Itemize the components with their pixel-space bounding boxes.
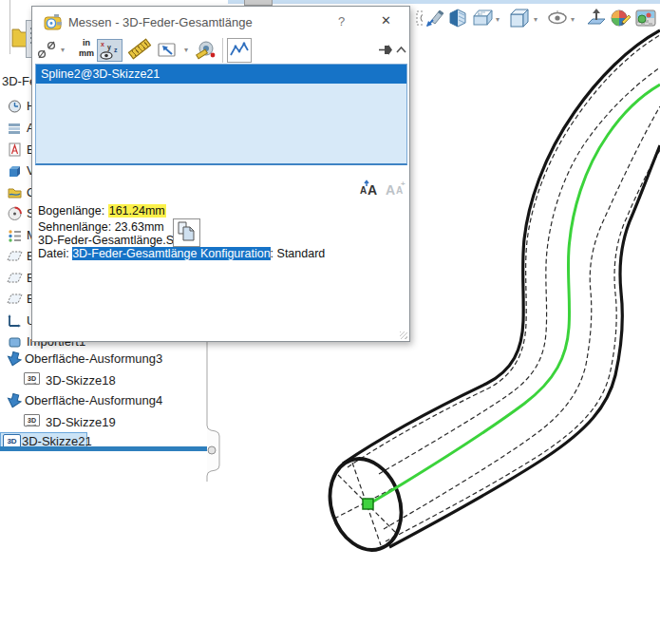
zoom-to-area-icon[interactable]: [411, 7, 423, 29]
svg-text:A: A: [360, 185, 367, 196]
file-config-line: Datei: 3D-Feder-Gesamtlänge Konfiguratio…: [38, 247, 325, 260]
rollback-bar[interactable]: [0, 446, 207, 451]
point-to-point-icon[interactable]: [128, 39, 151, 60]
chord-length-line: Sehnenlänge: 23.63mm: [38, 220, 164, 234]
dialog-title: Messen - 3D-Feder-Gesamtlänge: [68, 15, 253, 29]
panel-divider-line: [9, 0, 10, 54]
sensors-icon: [7, 120, 23, 136]
measure-history-icon[interactable]: [196, 39, 220, 62]
close-button[interactable]: ✕: [376, 13, 396, 28]
equations-icon: [7, 205, 23, 221]
file-label: Datei:: [38, 247, 69, 260]
hide-show-items-icon[interactable]: [546, 7, 569, 29]
projected-on-dropdown[interactable]: ▾: [184, 47, 188, 54]
arc-length-label: Bogenlänge:: [38, 204, 104, 218]
copy-button[interactable]: [173, 218, 200, 247]
tree-item-loft4[interactable]: Oberfläche-Ausformung4: [0, 391, 207, 410]
tree-item-sketch19[interactable]: 3D 3D-Skizze19: [0, 413, 207, 432]
splitter-grip[interactable]: [208, 446, 216, 454]
solid-bodies-icon: [7, 162, 23, 179]
arc-measure-dropdown[interactable]: ▾: [61, 47, 65, 54]
show-xyz-button[interactable]: x y z: [97, 39, 123, 62]
sketch3d-icon: 3D: [24, 414, 40, 430]
view-orientation-dropdown[interactable]: ▾: [496, 16, 500, 24]
tree-item-loft3[interactable]: Oberfläche-Ausformung3: [0, 350, 207, 369]
section-view-icon[interactable]: [446, 7, 469, 29]
surface-bodies-icon: [7, 184, 23, 200]
origin-icon: [7, 313, 23, 329]
view-orientation-icon[interactable]: [470, 7, 493, 29]
surface-loft-icon: [6, 350, 22, 367]
chord-length-label: Sehnenlänge:: [38, 220, 111, 234]
font-decrease-button[interactable]: A A +: [385, 179, 407, 198]
svg-text:A: A: [386, 182, 395, 198]
toolbar-divider: [222, 38, 223, 63]
panel-splitter[interactable]: [199, 337, 228, 489]
toolbar-edge-strip: [228, 0, 660, 4]
help-button[interactable]: ?: [334, 14, 349, 28]
plane-icon: [7, 270, 23, 286]
svg-text:A: A: [368, 182, 377, 198]
collapse-chevron-icon[interactable]: [394, 39, 408, 62]
plane-icon: [7, 248, 23, 264]
config-rest-text: : Standard: [271, 247, 326, 260]
apply-scene-icon[interactable]: [634, 7, 657, 29]
display-style-icon[interactable]: [508, 7, 531, 29]
hide-show-dropdown[interactable]: ▾: [571, 16, 575, 24]
history-icon: [7, 98, 23, 114]
measure-dialog[interactable]: Messen - 3D-Feder-Gesamtlänge ? ✕ ▾ in m…: [31, 6, 410, 342]
config-selected-text: 3D-Feder-Gesamtlänge Konfiguration: [72, 247, 270, 260]
display-style-dropdown[interactable]: ▾: [534, 16, 537, 24]
tube-outline-lower: [389, 145, 660, 547]
annotations-icon: [7, 142, 23, 158]
arc-measure-icon[interactable]: [35, 39, 60, 62]
arc-length-value: 161.24mm: [108, 204, 166, 218]
pin-icon[interactable]: [378, 39, 394, 62]
edit-appearance-icon[interactable]: [610, 7, 632, 29]
measure-tape-icon: [44, 13, 63, 32]
measured-spline[interactable]: [368, 85, 660, 504]
spline-endpoint-marker[interactable]: [363, 499, 373, 509]
dialog-resize-grip[interactable]: [400, 331, 407, 339]
font-increase-button[interactable]: A A: [359, 179, 382, 198]
material-icon: [7, 227, 23, 243]
surface-loft-icon: [6, 392, 22, 408]
selection-list[interactable]: Spline2@3D-Skizze21: [35, 64, 407, 165]
sketch3d-icon: 3D: [24, 372, 40, 388]
dashed-quarter-upper: [379, 67, 660, 474]
plane-icon: [7, 291, 23, 307]
tree-item-sketch18[interactable]: 3D 3D-Skizze18: [0, 371, 207, 390]
arc-length-line: Bogenlänge: 161.24mm: [38, 204, 166, 218]
dashed-edge-lower: [386, 150, 660, 541]
svg-text:+: +: [401, 180, 405, 188]
units-button[interactable]: in mm: [77, 38, 96, 59]
selected-entity-row[interactable]: Spline2@3D-Skizze21: [36, 65, 406, 84]
normal-to-icon[interactable]: [585, 7, 608, 29]
chord-length-value: 23.63mm: [115, 220, 164, 234]
projected-on-icon[interactable]: [156, 39, 180, 62]
imported-icon: [7, 333, 23, 350]
headsup-view-toolbar: ▾ ▾ ▾: [408, 5, 660, 33]
section-tool-icon[interactable]: [424, 7, 446, 29]
measurement-chart-button[interactable]: [227, 38, 252, 63]
